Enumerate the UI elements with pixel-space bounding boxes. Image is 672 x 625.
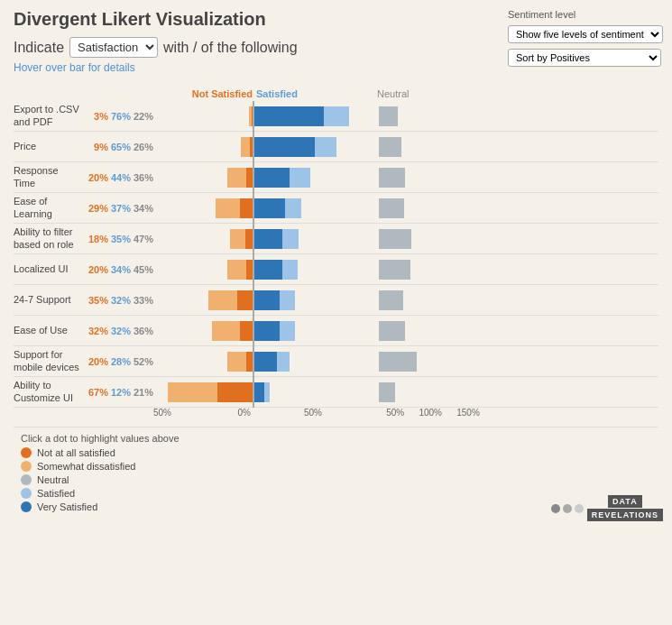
axis-50-pos: 50% [304, 408, 322, 418]
neg-bars [153, 137, 253, 157]
legend-dot[interactable] [21, 474, 32, 485]
pct-neg: 67% [86, 387, 108, 398]
bar-section[interactable] [153, 254, 658, 285]
table-row: Export to .CSV and PDF3%76%22% [14, 101, 658, 132]
neg-light-bar [230, 229, 245, 249]
bar-section[interactable] [153, 193, 658, 224]
axis-50-neu: 50% [386, 408, 404, 418]
bar-section[interactable] [153, 224, 658, 254]
row-label: Ability to filter based on role [14, 226, 86, 250]
neg-bars [153, 352, 253, 372]
neg-dark-bar [246, 352, 253, 372]
table-row: Price9%65%26% [14, 132, 658, 162]
pct-neu: 36% [131, 172, 153, 183]
neu-bars [379, 352, 487, 372]
bar-section[interactable] [153, 285, 658, 316]
neu-bars [379, 168, 487, 188]
axis-150-neu: 150% [456, 408, 480, 418]
main-container: Divergent Likert Visualization Sentiment… [0, 0, 672, 527]
bar-section[interactable] [153, 101, 658, 132]
row-label: Support for mobile devices [14, 349, 86, 372]
pos-light-bar [277, 352, 290, 372]
neg-light-bar [212, 321, 240, 341]
legend-dot[interactable] [21, 488, 32, 499]
list-item[interactable]: Not at all satisfied [21, 447, 651, 458]
pct-neu: 34% [131, 203, 153, 214]
pos-dark-bar [254, 106, 324, 126]
bar-section[interactable] [153, 316, 658, 346]
neu-bars [379, 290, 487, 310]
pct-neg: 32% [86, 326, 108, 336]
pct-neu: 45% [131, 264, 153, 275]
legend-dot[interactable] [21, 501, 32, 512]
col-headers: Not Satisfied Satisfied Neutral [153, 81, 658, 99]
pos-light-bar [290, 168, 309, 188]
neg-dark-bar [245, 229, 253, 249]
neg-dark-bar [240, 321, 253, 341]
pct-pos: 12% [108, 387, 131, 398]
brand-text-block: DATA REVELATIONS [587, 495, 663, 521]
legend-dot[interactable] [21, 461, 32, 472]
pos-bars [254, 198, 372, 218]
row-label: Ability to Customize UI [14, 380, 86, 403]
neg-light-bar [227, 260, 246, 280]
pos-light-bar [280, 321, 295, 341]
brand-dot-3 [575, 504, 584, 513]
sentiment-label: Sentiment level [508, 9, 575, 20]
row-label: Ease of Learning [14, 196, 86, 219]
legend-dot[interactable] [21, 447, 32, 458]
pct-pos: 37% [108, 203, 131, 214]
pos-bars [254, 168, 372, 188]
neg-bars [153, 106, 253, 126]
row-label: 24-7 Support [14, 294, 86, 306]
neu-bars [379, 382, 487, 402]
list-item[interactable]: Somewhat dissatisfied [21, 461, 651, 472]
pct-pos: 44% [108, 172, 131, 183]
branding: DATA REVELATIONS [551, 495, 663, 521]
pos-bars [254, 382, 372, 402]
neutral-bar [379, 168, 405, 188]
bar-section[interactable] [153, 377, 658, 408]
neg-light-bar [216, 198, 240, 218]
neu-bars [379, 137, 487, 157]
pos-light-bar [324, 106, 349, 126]
table-row: Ability to filter based on role18%35%47% [14, 224, 658, 254]
brand-text-1: DATA [608, 495, 642, 508]
pct-pos: 76% [108, 111, 131, 122]
neutral-bar [379, 229, 411, 249]
satisfaction-select[interactable]: Satisfaction [69, 37, 158, 58]
brand-text-2: REVELATIONS [587, 509, 663, 521]
pos-light-bar [264, 382, 270, 402]
bar-section[interactable] [153, 132, 658, 162]
neg-dark-bar [246, 260, 253, 280]
table-row: Ability to Customize UI67%12%21% [14, 377, 658, 408]
bar-section[interactable] [153, 346, 658, 377]
neg-bars [153, 382, 253, 402]
pos-dark-bar [254, 260, 282, 280]
neutral-bar [379, 352, 417, 372]
row-label: Export to .CSV and PDF [14, 104, 86, 127]
bar-section[interactable] [153, 162, 658, 193]
axis-50-neg: 50% [153, 408, 171, 418]
sentiment-select[interactable]: Show five levels of sentiment [508, 25, 663, 43]
with-label: with / of the following [163, 40, 298, 56]
list-item[interactable]: Neutral [21, 474, 651, 485]
table-row: Ease of Use32%32%36% [14, 316, 658, 346]
legend-label: Satisfied [37, 488, 75, 499]
legend-title: Click a dot to highlight values above [21, 433, 651, 444]
pct-neg: 20% [86, 172, 108, 183]
pos-bars [254, 229, 372, 249]
brand-dot-2 [563, 504, 572, 513]
pos-bars [254, 352, 372, 372]
brand-dot-1 [551, 504, 560, 513]
pct-neu: 52% [131, 356, 153, 367]
pct-pos: 35% [108, 234, 131, 244]
pos-dark-bar [254, 229, 282, 249]
neutral-bar [379, 137, 401, 157]
pct-neu: 22% [131, 111, 153, 122]
pct-neg: 29% [86, 203, 108, 214]
neg-bars [153, 168, 253, 188]
sort-select[interactable]: Sort by Positives [508, 49, 661, 67]
neg-bars [153, 229, 253, 249]
pct-pos: 65% [108, 142, 131, 152]
